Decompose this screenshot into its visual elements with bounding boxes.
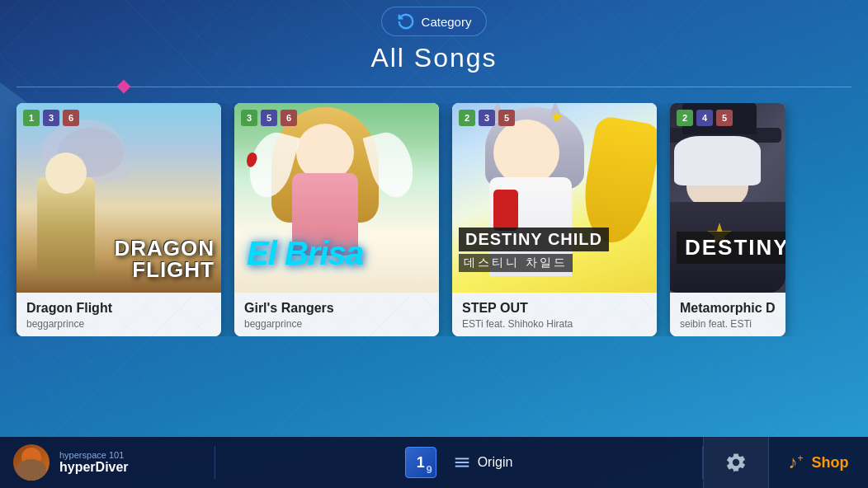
slider-line	[17, 87, 851, 87]
card-art-text-3a: DESTINY CHILD	[459, 228, 609, 251]
avatar	[13, 444, 50, 481]
difficulty-badges-2: 3 5 6	[241, 110, 297, 126]
difficulty-badges-3: 2 3 5	[459, 110, 515, 126]
card-image-4: DESTINY 2 4 5	[670, 103, 785, 293]
music-note-icon: ♪+	[788, 452, 803, 473]
card-image-1: DRAGONFLIGHT 1 3 6	[17, 103, 221, 293]
svg-rect-2	[455, 466, 469, 467]
category-button[interactable]: Category	[381, 7, 488, 36]
rank-number: 1	[417, 454, 425, 472]
top-bar: Category	[0, 0, 868, 40]
svg-rect-0	[455, 458, 469, 460]
card-image-2: El Brisa 3 5 6	[234, 103, 439, 293]
card-art-text-4: DESTINY	[677, 232, 785, 264]
category-label: Category	[422, 15, 472, 29]
diff-badge-4-med: 4	[696, 110, 713, 126]
origin-button[interactable]: Origin	[453, 453, 513, 472]
list-icon	[453, 453, 471, 472]
right-section: ♪+ Shop	[703, 437, 868, 488]
player-level: hyperspace 101	[59, 450, 129, 460]
center-section: 1 9 Origin	[215, 447, 702, 478]
gear-icon	[724, 451, 748, 474]
refresh-icon	[397, 12, 415, 30]
diff-badge-1-easy: 1	[23, 110, 40, 126]
player-section: hyperspace 101 hyperDiver	[0, 444, 215, 481]
bottom-bar: hyperspace 101 hyperDiver 1 9 Origin ♪+	[0, 437, 868, 488]
card-art-3: DESTINY CHILD 데스티니 차일드	[452, 103, 657, 293]
card-art-text-1: DRAGONFLIGHT	[114, 237, 215, 280]
diff-badge-4-hard: 5	[716, 110, 733, 126]
slider-thumb[interactable]	[117, 80, 131, 94]
card-art-text-2: El Brisa	[247, 235, 363, 272]
card-art-4: DESTINY	[670, 103, 785, 293]
diff-badge-2-easy: 3	[241, 110, 257, 126]
difficulty-badges-4: 2 4 5	[677, 110, 733, 126]
rank-badge: 1 9	[405, 447, 436, 478]
rank-subscript: 9	[426, 463, 432, 476]
diff-badge-3-med: 3	[479, 110, 495, 126]
diff-badge-2-hard: 6	[281, 110, 297, 126]
diff-badge-3-hard: 5	[498, 110, 515, 126]
card-art-2: El Brisa	[234, 103, 439, 293]
card-art-1: DRAGONFLIGHT	[17, 103, 221, 293]
diff-badge-1-med: 3	[43, 110, 59, 126]
svg-rect-1	[455, 462, 469, 463]
diff-badge-3-easy: 2	[459, 110, 475, 126]
card-art-text-3b: 데스티니 차일드	[459, 254, 573, 272]
difficulty-badges-1: 1 3 6	[23, 110, 79, 126]
shop-button[interactable]: ♪+ Shop	[769, 437, 868, 488]
diff-badge-4-easy: 2	[677, 110, 693, 126]
settings-button[interactable]	[703, 437, 769, 488]
origin-label: Origin	[478, 455, 513, 470]
shop-label: Shop	[812, 454, 849, 472]
diff-badge-1-hard: 6	[63, 110, 79, 126]
diff-badge-2-med: 5	[261, 110, 277, 126]
player-info: hyperspace 101 hyperDiver	[59, 450, 129, 475]
slider-container[interactable]	[17, 80, 851, 93]
player-name: hyperDiver	[59, 460, 129, 475]
card-image-3: DESTINY CHILD 데스티니 차일드 2 3 5	[452, 103, 657, 293]
